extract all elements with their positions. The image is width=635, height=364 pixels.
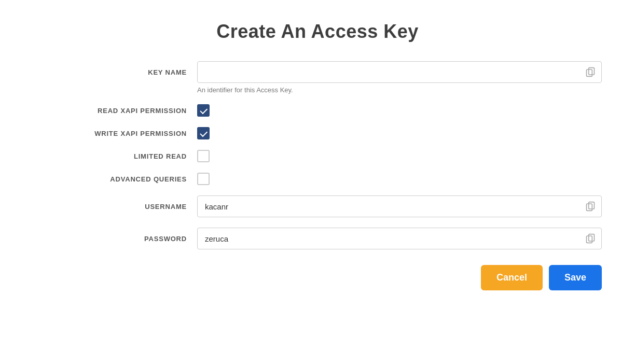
limited-read-checkbox[interactable] (197, 150, 210, 162)
password-input[interactable] (197, 228, 602, 249)
svg-rect-0 (589, 68, 595, 75)
advanced-queries-label: ADVANCED QUERIES (31, 175, 197, 183)
write-xapi-label: WRITE XAPI PERMISSION (31, 130, 197, 137)
svg-rect-3 (587, 204, 592, 211)
read-xapi-label: READ XAPI PERMISSION (31, 107, 197, 115)
key-name-label: KEY NAME (31, 68, 197, 76)
limited-read-label: LIMITED READ (31, 152, 197, 160)
key-name-row-inner: KEY NAME (31, 61, 604, 83)
username-copy-button[interactable] (584, 200, 597, 213)
username-label: USERNAME (31, 203, 197, 211)
save-button[interactable]: Save (549, 265, 602, 290)
svg-rect-2 (589, 202, 595, 209)
password-row: PASSWORD (31, 228, 604, 249)
copy-icon (585, 67, 596, 77)
limited-read-row: LIMITED READ (31, 150, 604, 162)
write-xapi-checkbox-wrapper (197, 127, 210, 139)
svg-rect-5 (587, 236, 592, 243)
advanced-queries-checkbox[interactable] (197, 173, 210, 185)
username-row: USERNAME (31, 195, 604, 217)
username-input-wrapper (197, 195, 602, 217)
buttons-row: Cancel Save (31, 265, 602, 290)
limited-read-checkbox-wrapper (197, 150, 210, 162)
key-name-hint: An identifier for this Access Key. (197, 86, 293, 94)
copy-icon (585, 233, 596, 244)
read-xapi-checkbox[interactable] (197, 104, 210, 117)
password-input-wrapper (197, 228, 602, 249)
key-name-copy-button[interactable] (584, 66, 597, 78)
copy-icon (585, 201, 596, 212)
write-xapi-row: WRITE XAPI PERMISSION (31, 127, 604, 139)
key-name-input-wrapper (197, 61, 602, 83)
advanced-queries-checkbox-wrapper (197, 173, 210, 185)
page-title: Create An Access Key (31, 21, 604, 43)
cancel-button[interactable]: Cancel (481, 265, 543, 290)
password-label: PASSWORD (31, 235, 197, 243)
read-xapi-row: READ XAPI PERMISSION (31, 104, 604, 117)
read-xapi-checkbox-wrapper (197, 104, 210, 117)
username-input[interactable] (197, 195, 602, 217)
key-name-row: KEY NAME An identifier for this Access K… (31, 61, 604, 94)
svg-rect-4 (589, 234, 595, 241)
advanced-queries-row: ADVANCED QUERIES (31, 173, 604, 185)
page-container: Create An Access Key KEY NAME An identif… (10, 10, 625, 301)
password-copy-button[interactable] (584, 232, 597, 245)
write-xapi-checkbox[interactable] (197, 127, 210, 139)
form-container: KEY NAME An identifier for this Access K… (31, 61, 604, 290)
key-name-input[interactable] (197, 61, 602, 83)
svg-rect-1 (587, 69, 592, 76)
